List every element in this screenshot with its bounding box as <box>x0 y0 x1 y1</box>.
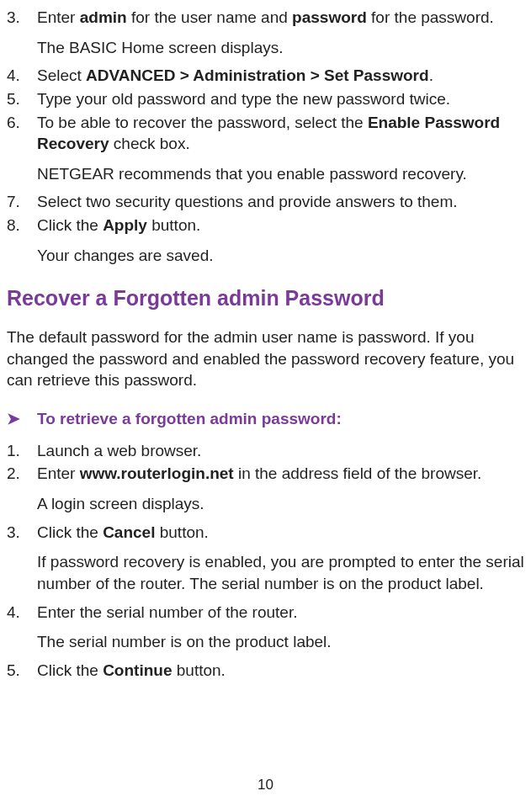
step-text: Type your old password and type the new … <box>37 88 524 110</box>
step-body: Launch a web browser. <box>37 440 524 462</box>
procedure-list-2: 1. Launch a web browser. 2. Enter www.ro… <box>7 440 524 682</box>
arrow-icon: ➤ <box>7 408 37 430</box>
step-result: The BASIC Home screen displays. <box>37 37 524 59</box>
step-body: Click the Cancel button. If password rec… <box>37 522 524 595</box>
step-number: 8. <box>7 215 37 266</box>
step-text: Click the Cancel button. <box>37 522 524 544</box>
step-result: NETGEAR recommends that you enable passw… <box>37 163 524 185</box>
step-text: Enter admin for the user name and passwo… <box>37 7 524 29</box>
step-text: Enter the serial number of the router. <box>37 602 524 624</box>
step-number: 5. <box>7 88 37 110</box>
section-intro: The default password for the admin user … <box>7 326 524 391</box>
step-2: 2. Enter www.routerlogin.net in the addr… <box>7 463 524 514</box>
step-3: 3. Enter admin for the user name and pas… <box>7 7 524 58</box>
step-result: The serial number is on the product labe… <box>37 631 524 653</box>
step-number: 4. <box>7 65 37 87</box>
step-4: 4. Select ADVANCED > Administration > Se… <box>7 65 524 87</box>
step-body: Click the Continue button. <box>37 660 524 682</box>
step-4b: 4. Enter the serial number of the router… <box>7 602 524 653</box>
step-number: 2. <box>7 463 37 514</box>
step-body: Enter www.routerlogin.net in the address… <box>37 463 524 514</box>
step-number: 6. <box>7 112 37 185</box>
procedure-list-1: 3. Enter admin for the user name and pas… <box>7 7 524 266</box>
step-text: Select ADVANCED > Administration > Set P… <box>37 65 524 87</box>
step-number: 1. <box>7 440 37 462</box>
step-number: 7. <box>7 191 37 213</box>
step-6: 6. To be able to recover the password, s… <box>7 112 524 185</box>
step-text: Click the Continue button. <box>37 660 524 682</box>
step-text: Enter www.routerlogin.net in the address… <box>37 463 524 485</box>
step-result: Your changes are saved. <box>37 245 524 267</box>
step-1: 1. Launch a web browser. <box>7 440 524 462</box>
step-text: Launch a web browser. <box>37 440 524 462</box>
step-5: 5. Type your old password and type the n… <box>7 88 524 110</box>
step-result: If password recovery is enabled, you are… <box>37 551 524 594</box>
step-7: 7. Select two security questions and pro… <box>7 191 524 213</box>
task-heading: ➤ To retrieve a forgotten admin password… <box>7 408 524 430</box>
step-text: Select two security questions and provid… <box>37 191 524 213</box>
step-number: 3. <box>7 7 37 58</box>
step-body: Type your old password and type the new … <box>37 88 524 110</box>
section-heading: Recover a Forgotten admin Password <box>7 284 524 313</box>
step-body: Select ADVANCED > Administration > Set P… <box>37 65 524 87</box>
step-8: 8. Click the Apply button. Your changes … <box>7 215 524 266</box>
step-body: To be able to recover the password, sele… <box>37 112 524 185</box>
step-number: 4. <box>7 602 37 653</box>
step-body: Click the Apply button. Your changes are… <box>37 215 524 266</box>
step-text: Click the Apply button. <box>37 215 524 236</box>
step-5b: 5. Click the Continue button. <box>7 660 524 682</box>
task-title: To retrieve a forgotten admin password: <box>37 408 342 430</box>
step-body: Enter the serial number of the router. T… <box>37 602 524 653</box>
step-body: Select two security questions and provid… <box>37 191 524 213</box>
step-result: A login screen displays. <box>37 493 524 515</box>
step-number: 5. <box>7 660 37 682</box>
step-text: To be able to recover the password, sele… <box>37 112 524 155</box>
page-number: 10 <box>0 776 531 795</box>
step-body: Enter admin for the user name and passwo… <box>37 7 524 58</box>
step-number: 3. <box>7 522 37 595</box>
step-3b: 3. Click the Cancel button. If password … <box>7 522 524 595</box>
